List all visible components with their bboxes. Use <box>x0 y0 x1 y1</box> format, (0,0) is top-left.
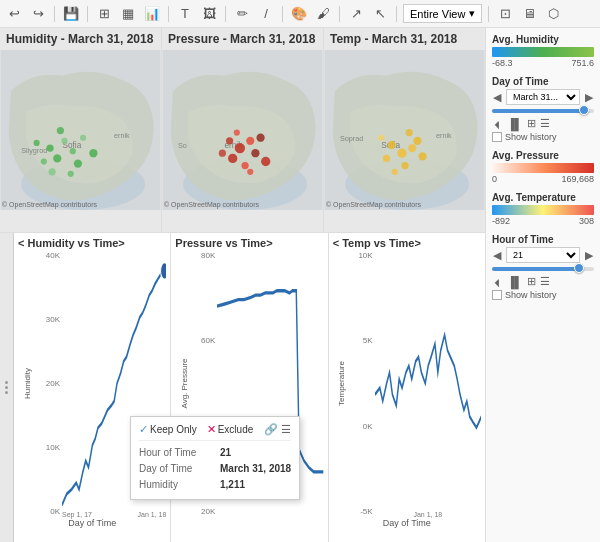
temp-y-label: Temperature <box>337 361 346 406</box>
exclude-button[interactable]: ✕ Exclude <box>207 423 254 436</box>
temp-map-svg: Sofia Soprad ernik <box>324 50 485 210</box>
hour-prev-button[interactable]: ◀ <box>492 249 502 262</box>
hour-of-time-select[interactable]: 21 <box>506 247 580 263</box>
checkmark-icon: ✓ <box>139 423 148 436</box>
temp-chart-title: < Temp vs Time> <box>333 237 481 249</box>
redo-icon[interactable]: ↪ <box>28 4 48 24</box>
toolbar-separator-8 <box>488 6 489 22</box>
temp-x-ticks: Jan 1, 18 <box>375 511 481 518</box>
show-history-toggle-2[interactable]: Show history <box>492 290 594 300</box>
show-history-checkbox-2[interactable] <box>492 290 502 300</box>
svg-point-46 <box>406 129 413 136</box>
temp-chart-panel[interactable]: < Temp vs Time> Temperature 10K 5K 0K -5… <box>329 233 485 542</box>
tooltip-link-icon[interactable]: 🔗 <box>264 423 278 436</box>
svg-point-31 <box>219 149 226 156</box>
toolbar-separator-2 <box>87 6 88 22</box>
layout-icon[interactable]: ▦ <box>118 4 138 24</box>
format-icon[interactable]: ⊞ <box>94 4 114 24</box>
tooltip-menu-icon[interactable]: ☰ <box>281 423 291 436</box>
line-icon[interactable]: / <box>256 4 276 24</box>
hour-slider[interactable] <box>492 267 594 271</box>
svg-text:Sliygrod: Sliygrod <box>21 146 47 155</box>
chart-icon[interactable]: 📊 <box>142 4 162 24</box>
hour-list-icon[interactable]: ☰ <box>540 275 550 288</box>
x-icon: ✕ <box>207 423 216 436</box>
brush-icon[interactable]: 🖌 <box>313 4 333 24</box>
pressure-map-panel[interactable]: Pressure - March 31, 2018 ernik So <box>162 28 324 232</box>
hour-next-button[interactable]: ▶ <box>584 249 594 262</box>
svg-point-41 <box>383 154 390 161</box>
fit-icon[interactable]: ⊡ <box>495 4 515 24</box>
avg-temp-section: Avg. Temperature -892 308 <box>492 192 594 226</box>
svg-point-37 <box>397 148 406 157</box>
toolbar-separator-6 <box>339 6 340 22</box>
step-icon[interactable]: ▐▌ <box>507 118 523 130</box>
grid-icon[interactable]: ⊞ <box>527 117 536 130</box>
svg-point-5 <box>53 154 61 162</box>
day-prev-button[interactable]: ◀ <box>492 91 502 104</box>
dropdown-arrow-icon: ▾ <box>469 7 475 20</box>
day-next-button[interactable]: ▶ <box>584 91 594 104</box>
map-row: Humidity - March 31, 2018 Sofia Sliygrod <box>0 28 485 233</box>
day-slider[interactable] <box>492 109 594 113</box>
show-history-label: Show history <box>505 132 557 142</box>
tooltip-row-humidity: Humidity 1,211 <box>139 477 291 493</box>
svg-point-30 <box>247 168 253 174</box>
drag-dots <box>5 381 8 394</box>
humidity-color-bar <box>492 47 594 57</box>
hour-grid-icon[interactable]: ⊞ <box>527 275 536 288</box>
screen-icon[interactable]: 🖥 <box>519 4 539 24</box>
temp-map-panel[interactable]: Temp - March 31, 2018 Sofia Soprad ernik <box>324 28 485 232</box>
svg-point-24 <box>251 149 259 157</box>
pen-icon[interactable]: ✏ <box>232 4 252 24</box>
play-icon[interactable]: ⏴ <box>492 118 503 130</box>
svg-point-28 <box>234 129 240 135</box>
hour-slider-thumb[interactable] <box>574 263 584 273</box>
tooltip-row-day: Day of Time March 31, 2018 <box>139 461 291 477</box>
pointer-icon[interactable]: ↖ <box>370 4 390 24</box>
undo-icon[interactable]: ↩ <box>4 4 24 24</box>
hour-icons-row: ⏴ ▐▌ ⊞ ☰ <box>492 275 594 288</box>
list-icon[interactable]: ☰ <box>540 117 550 130</box>
hour-play-icon[interactable]: ⏴ <box>492 276 503 288</box>
day-slider-track <box>492 109 594 113</box>
tooltip-key-humidity: Humidity <box>139 477 214 493</box>
svg-point-47 <box>161 262 167 280</box>
show-history-toggle[interactable]: Show history <box>492 132 594 142</box>
svg-point-38 <box>387 140 395 148</box>
share-icon[interactable]: ⬡ <box>543 4 563 24</box>
tooltip-val-humidity: 1,211 <box>220 477 245 493</box>
tooltip-key-hour: Hour of Time <box>139 445 214 461</box>
arrow-icon[interactable]: ↗ <box>346 4 366 24</box>
hour-of-time-row: ◀ 21 ▶ <box>492 247 594 263</box>
svg-point-14 <box>68 170 74 176</box>
svg-point-13 <box>89 149 97 157</box>
keep-only-button[interactable]: ✓ Keep Only <box>139 423 197 436</box>
day-of-time-row: ◀ March 31... ▶ <box>492 89 594 105</box>
temp-y-ticks: 10K 5K 0K -5K <box>351 251 375 516</box>
hour-step-icon[interactable]: ▐▌ <box>507 276 523 288</box>
day-slider-thumb[interactable] <box>579 105 589 115</box>
hour-of-time-section: Hour of Time ◀ 21 ▶ ⏴ ▐▌ ⊞ ☰ <box>492 234 594 300</box>
save-icon[interactable]: 💾 <box>61 4 81 24</box>
color-icon[interactable]: 🎨 <box>289 4 309 24</box>
svg-text:ernik: ernik <box>114 130 130 139</box>
image-icon[interactable]: 🖼 <box>199 4 219 24</box>
show-history-checkbox[interactable] <box>492 132 502 142</box>
temp-color-bar <box>492 205 594 215</box>
humidity-map-panel[interactable]: Humidity - March 31, 2018 Sofia Sliygrod <box>0 28 162 232</box>
humidity-y-axis-container: Humidity <box>18 251 38 516</box>
text-icon[interactable]: T <box>175 4 195 24</box>
toolbar-separator-1 <box>54 6 55 22</box>
humidity-min: -68.3 <box>492 58 513 68</box>
svg-text:So: So <box>178 141 187 150</box>
drag-handle[interactable] <box>0 233 14 542</box>
view-dropdown[interactable]: Entire View ▾ <box>403 4 482 23</box>
svg-point-7 <box>46 144 53 151</box>
show-history-label-2: Show history <box>505 290 557 300</box>
chart-row: < Humidity vs Time> Humidity 40K 30K 20K… <box>0 233 485 542</box>
pressure-map-title: Pressure - March 31, 2018 <box>162 28 323 50</box>
toolbar-separator-5 <box>282 6 283 22</box>
day-of-time-select[interactable]: March 31... <box>506 89 580 105</box>
temp-chart-content: Temperature 10K 5K 0K -5K <box>333 251 481 516</box>
